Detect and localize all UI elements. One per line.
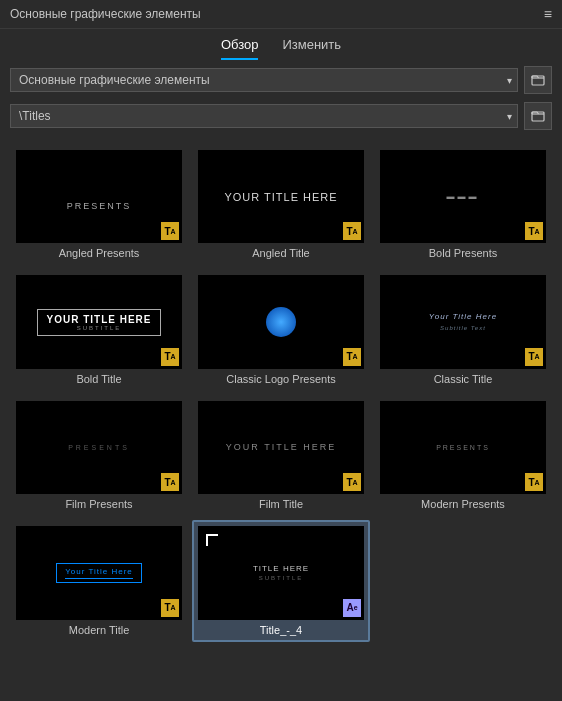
- thumbnail: TA: [198, 275, 364, 368]
- list-item[interactable]: ▬▬▬ TA Bold Presents: [374, 144, 552, 265]
- library-dropdown-wrapper: Основные графические элементы ▾: [10, 68, 518, 92]
- item-label: Modern Title: [16, 624, 182, 636]
- motion-badge: TA: [161, 473, 179, 491]
- thumb-content: PRESENTS: [68, 444, 130, 451]
- motion-badge: TA: [343, 348, 361, 366]
- templates-grid: PRESENTS TA Angled Presents YOUR TITLE H…: [10, 144, 552, 642]
- templates-grid-area: PRESENTS TA Angled Presents YOUR TITLE H…: [0, 136, 562, 701]
- list-item[interactable]: TA Classic Logo Presents: [192, 269, 370, 390]
- panel-header: Основные графические элементы ≡: [0, 0, 562, 29]
- motion-badge: TA: [161, 348, 179, 366]
- menu-icon[interactable]: ≡: [544, 6, 552, 22]
- motion-badge: TA: [343, 222, 361, 240]
- motion-badge: TA: [161, 599, 179, 617]
- thumb-content: [266, 307, 296, 337]
- item-label: Classic Logo Presents: [198, 373, 364, 385]
- list-item[interactable]: YOUR TITLE HERE TA Angled Title: [192, 144, 370, 265]
- folder-dropdown-wrapper: \Titles ▾: [10, 104, 518, 128]
- item-label: Modern Presents: [380, 498, 546, 510]
- folder-folder-button[interactable]: [524, 102, 552, 130]
- tab-browse[interactable]: Обзор: [221, 37, 259, 60]
- item-label: Bold Title: [16, 373, 182, 385]
- thumb-content: Your Title Here: [56, 563, 142, 583]
- list-item[interactable]: Your Title Here TA Modern Title: [10, 520, 188, 641]
- thumbnail: TITLE HERE SUBTITLE Ae: [198, 526, 364, 619]
- motion-badge: TA: [161, 222, 179, 240]
- item-label: Bold Presents: [380, 247, 546, 259]
- thumbnail: PRESENTS TA: [16, 401, 182, 494]
- thumb-content: YOUR TITLE HERE: [226, 442, 336, 452]
- folder-dropdown[interactable]: \Titles: [10, 104, 518, 128]
- item-label: Angled Presents: [16, 247, 182, 259]
- ae-badge: Ae: [343, 599, 361, 617]
- thumbnail: Your Title HereSubtitle Text TA: [380, 275, 546, 368]
- library-dropdown-row: Основные графические элементы ▾: [0, 60, 562, 100]
- thumb-content: PRESENTS: [67, 201, 132, 211]
- item-label: Title_-_4: [198, 624, 364, 636]
- thumbnail: ▬▬▬ TA: [380, 150, 546, 243]
- motion-badge: TA: [343, 473, 361, 491]
- item-label: Film Title: [198, 498, 364, 510]
- thumbnail: Your Title Here TA: [16, 526, 182, 619]
- list-item[interactable]: PRESENTS TA Modern Presents: [374, 395, 552, 516]
- thumbnail: PRESENTS TA: [380, 401, 546, 494]
- list-item[interactable]: PRESENTS TA Angled Presents: [10, 144, 188, 265]
- list-item[interactable]: TITLE HERE SUBTITLE Ae Title_-_4: [192, 520, 370, 641]
- motion-badge: TA: [525, 222, 543, 240]
- thumbnail: PRESENTS TA: [16, 150, 182, 243]
- thumb-content: YOUR TITLE HERE: [224, 191, 337, 203]
- thumb-content: TITLE HERE SUBTITLE: [253, 564, 309, 581]
- thumb-content: YOUR TITLE HERE SUBTITLE: [37, 309, 160, 336]
- item-label: Classic Title: [380, 373, 546, 385]
- list-item[interactable]: YOUR TITLE HERE TA Film Title: [192, 395, 370, 516]
- thumb-content: Your Title HereSubtitle Text: [429, 311, 497, 333]
- thumbnail: YOUR TITLE HERE TA: [198, 150, 364, 243]
- thumbnail: YOUR TITLE HERE SUBTITLE TA: [16, 275, 182, 368]
- library-dropdown[interactable]: Основные графические элементы: [10, 68, 518, 92]
- panel-title: Основные графические элементы: [10, 7, 536, 21]
- motion-badge: TA: [525, 348, 543, 366]
- thumbnail: YOUR TITLE HERE TA: [198, 401, 364, 494]
- panel: Основные графические элементы ≡ Обзор Из…: [0, 0, 562, 701]
- folder-dropdown-row: \Titles ▾: [0, 100, 562, 136]
- thumb-corner-tl: [206, 534, 218, 546]
- item-label: Angled Title: [198, 247, 364, 259]
- list-item[interactable]: PRESENTS TA Film Presents: [10, 395, 188, 516]
- thumb-content: PRESENTS: [436, 444, 490, 451]
- tabs-row: Обзор Изменить: [0, 29, 562, 60]
- tab-edit[interactable]: Изменить: [282, 37, 341, 60]
- list-item[interactable]: YOUR TITLE HERE SUBTITLE TA Bold Title: [10, 269, 188, 390]
- thumb-content: ▬▬▬: [447, 192, 480, 201]
- library-folder-button[interactable]: [524, 66, 552, 94]
- motion-badge: TA: [525, 473, 543, 491]
- item-label: Film Presents: [16, 498, 182, 510]
- list-item[interactable]: Your Title HereSubtitle Text TA Classic …: [374, 269, 552, 390]
